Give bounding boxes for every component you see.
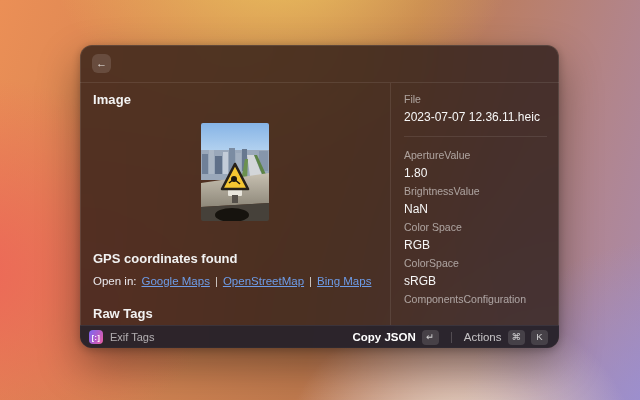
google-maps-link[interactable]: Google Maps (141, 275, 209, 287)
metadata-panel[interactable]: File 2023-07-07 12.36.11.heic ApertureVa… (390, 83, 559, 325)
metadata-row: ColorSpace sRGB (404, 257, 547, 288)
exif-tags-app-icon: [:] (89, 330, 103, 344)
image-heading: Image (93, 92, 377, 107)
actions-button[interactable]: Actions ⌘ K (462, 328, 550, 347)
copy-json-button[interactable]: Copy JSON ↵ (351, 328, 441, 347)
metadata-row: ApertureValue 1.80 (404, 149, 547, 180)
return-key-badge: ↵ (422, 330, 439, 345)
open-in-prefix: Open in: (93, 275, 136, 287)
metadata-label: File (404, 93, 547, 106)
link-separator: | (309, 275, 312, 287)
exif-tags-window: ← Image (80, 45, 559, 348)
metadata-label: ApertureValue (404, 149, 547, 162)
metadata-value: 2023-07-07 12.36.11.heic (404, 110, 547, 124)
metadata-value: NaN (404, 202, 547, 216)
k-key-badge: K (531, 330, 548, 345)
footer-divider (451, 332, 452, 343)
openstreetmap-link[interactable]: OpenStreetMap (223, 275, 304, 287)
metadata-row: BrightnessValue NaN (404, 185, 547, 216)
metadata-row: ComponentsConfiguration (404, 293, 547, 324)
app-chip: [:] Exif Tags (89, 330, 154, 344)
metadata-value: 1.80 (404, 166, 547, 180)
metadata-value: RGB (404, 238, 547, 252)
metadata-divider (404, 136, 547, 137)
footer-actions: Copy JSON ↵ Actions ⌘ K (351, 328, 550, 347)
metadata-value: sRGB (404, 274, 547, 288)
window-header: ← (80, 45, 559, 83)
link-separator: | (215, 275, 218, 287)
metadata-value (404, 310, 547, 324)
app-icon-glyph: [:] (92, 334, 101, 341)
cmd-key-badge: ⌘ (508, 330, 526, 345)
metadata-label: ColorSpace (404, 257, 547, 270)
metadata-row-file: File 2023-07-07 12.36.11.heic (404, 93, 547, 124)
open-in-line: Open in: Google Maps | OpenStreetMap | B… (93, 275, 377, 287)
metadata-label: Color Space (404, 221, 547, 234)
window-footer: [:] Exif Tags Copy JSON ↵ Actions ⌘ K (80, 325, 559, 348)
raw-tags-heading: Raw Tags (93, 306, 377, 321)
gps-heading: GPS coordinates found (93, 251, 377, 266)
metadata-label: BrightnessValue (404, 185, 547, 198)
actions-label: Actions (464, 331, 502, 343)
photo-thumbnail (201, 123, 269, 221)
detail-content-panel: Image (80, 83, 390, 325)
desktop-background: ← Image (0, 0, 640, 400)
back-icon: ← (96, 58, 107, 69)
metadata-label: ComponentsConfiguration (404, 293, 547, 306)
thumbnail-container (93, 123, 377, 221)
metadata-row: Color Space RGB (404, 221, 547, 252)
window-body: Image (80, 83, 559, 325)
app-name: Exif Tags (110, 331, 154, 343)
bing-maps-link[interactable]: Bing Maps (317, 275, 371, 287)
copy-json-label: Copy JSON (353, 331, 416, 343)
back-button[interactable]: ← (92, 54, 111, 73)
